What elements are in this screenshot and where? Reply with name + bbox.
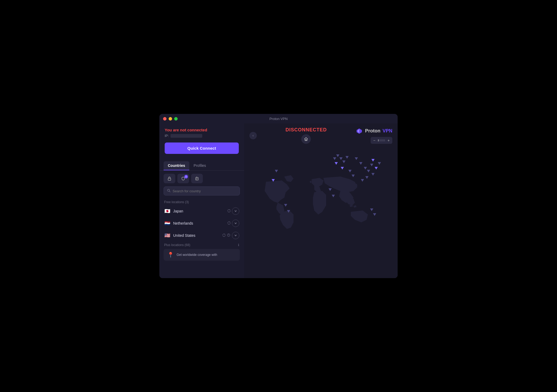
vpn-marker: [333, 157, 336, 160]
expand-us[interactable]: [232, 232, 239, 239]
country-row-japan[interactable]: 🇯🇵 Japan: [161, 205, 242, 217]
zoom-in-button[interactable]: +: [387, 138, 391, 143]
flag-japan: 🇯🇵: [164, 208, 170, 214]
filter-row: 0: [159, 171, 244, 185]
vpn-marker: [373, 213, 376, 216]
info-icon[interactable]: ℹ: [238, 243, 239, 247]
titlebar: Proton VPN: [159, 114, 398, 123]
zoom-tick: [381, 139, 382, 141]
home-button[interactable]: [301, 134, 311, 144]
vpn-marker: [367, 170, 370, 172]
tab-countries[interactable]: Countries: [164, 161, 189, 170]
ip-row: IP:: [165, 134, 239, 138]
vpn-marker: [370, 208, 373, 211]
search-input[interactable]: [173, 189, 236, 193]
home-icon: [304, 137, 308, 141]
expand-netherlands[interactable]: [232, 220, 239, 227]
vpn-marker: [364, 167, 367, 170]
vpn-marker: [332, 195, 335, 197]
vpn-marker: [272, 179, 275, 182]
proton-text: Proton: [365, 128, 380, 134]
vpn-marker: [342, 161, 345, 163]
window-title: Proton VPN: [269, 117, 288, 121]
map-header: ‹ DISCONNECTED: [244, 123, 398, 148]
upgrade-banner[interactable]: 📍 Get worldwide coverage with: [164, 249, 240, 261]
free-locations-label: Free locations (3): [161, 199, 242, 205]
chevron-down-icon: [234, 210, 237, 212]
country-name-netherlands: Netherlands: [173, 221, 224, 225]
maximize-button[interactable]: [174, 117, 178, 121]
country-name-japan: Japan: [173, 209, 224, 213]
upgrade-globe-icon: 📍: [167, 252, 174, 258]
zoom-controls: − +: [371, 137, 392, 144]
filter-clipboard-button[interactable]: [191, 174, 203, 183]
vpn-marker: [361, 179, 364, 182]
vpn-marker: [371, 173, 375, 176]
proton-logo-icon: [356, 127, 363, 135]
flag-us: 🇺🇸: [164, 233, 170, 238]
ip-value: [170, 134, 202, 138]
vpn-marker-japan: [371, 159, 375, 162]
quick-connect-button[interactable]: Quick Connect: [165, 142, 239, 154]
vpn-marker: [359, 162, 362, 165]
vpn-marker: [352, 175, 355, 177]
country-list: Free locations (3) 🇯🇵 Japan: [159, 198, 244, 278]
vpn-marker: [287, 210, 290, 213]
sidebar: You are not connected IP: Quick Connect …: [159, 123, 244, 278]
traffic-lights: [163, 117, 178, 121]
zoom-tick: [384, 139, 385, 141]
country-row-netherlands[interactable]: 🇳🇱 Netherlands: [161, 217, 242, 229]
vpn-marker: [345, 156, 349, 159]
refresh-icon-us: [222, 233, 226, 238]
power-icon-us: [227, 233, 230, 238]
logo-row: ProtonVPN: [356, 127, 392, 135]
zoom-tick: [380, 139, 381, 141]
search-container: [164, 186, 240, 195]
minimize-button[interactable]: [169, 117, 172, 121]
vpn-marker: [355, 157, 358, 160]
country-row-us[interactable]: 🇺🇸 United States: [161, 229, 242, 242]
country-actions-japan: [227, 207, 239, 215]
app-window: Proton VPN You are not connected IP: Qui…: [159, 114, 398, 278]
sidebar-top: You are not connected IP: Quick Connect: [159, 123, 244, 158]
vpn-marker: [336, 154, 339, 157]
country-actions-us: [222, 232, 239, 239]
disconnected-label: DISCONNECTED: [285, 127, 327, 133]
vpn-marker: [370, 164, 373, 166]
tab-profiles[interactable]: Profiles: [189, 161, 210, 170]
close-button[interactable]: [163, 117, 167, 121]
refresh-icon-netherlands: [227, 221, 231, 226]
collapse-sidebar-button[interactable]: ‹: [249, 132, 257, 139]
refresh-icon-japan: [227, 209, 231, 213]
vpn-marker: [335, 162, 338, 165]
plus-locations-header: Plus locations (68) ℹ: [161, 242, 242, 248]
chevron-down-icon: [234, 222, 237, 225]
upgrade-text: Get worldwide coverage with: [177, 253, 217, 257]
filter-lock-button[interactable]: [164, 174, 175, 183]
map-area: ‹ DISCONNECTED: [244, 123, 398, 278]
clipboard-icon: [195, 176, 199, 181]
lock-icon: [167, 176, 172, 181]
zoom-out-button[interactable]: −: [372, 138, 376, 143]
zoom-tick: [379, 139, 380, 141]
expand-japan[interactable]: [232, 207, 239, 215]
svg-rect-1: [196, 177, 198, 180]
filter-shield-button[interactable]: 0: [177, 174, 189, 183]
svg-line-5: [169, 191, 170, 192]
zoom-tick: [383, 139, 384, 141]
flag-netherlands: 🇳🇱: [164, 220, 170, 226]
search-icon: [167, 189, 170, 193]
logo-area: ProtonVPN − +: [356, 127, 392, 144]
country-name-us: United States: [173, 233, 219, 238]
main-content: You are not connected IP: Quick Connect …: [159, 123, 398, 278]
shield-badge: 0: [184, 175, 188, 179]
vpn-marker: [341, 167, 344, 170]
zoom-tick: [382, 139, 383, 141]
country-actions-netherlands: [227, 220, 239, 227]
vpn-marker: [329, 188, 332, 191]
search-wrapper: [159, 185, 244, 198]
plus-locations-label: Plus locations (68): [164, 243, 190, 247]
vpn-marker: [378, 162, 381, 165]
vpn-marker: [284, 204, 287, 207]
zoom-slider: [378, 139, 385, 141]
